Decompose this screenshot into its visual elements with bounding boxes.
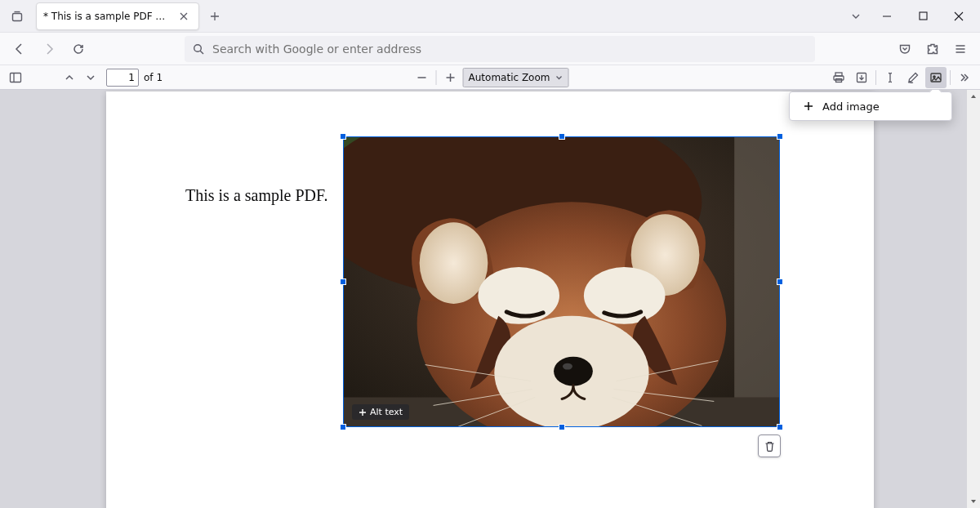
- red-panda-image: [344, 137, 779, 426]
- pdf-viewer: Add image This is a sample PDF.: [0, 90, 980, 508]
- plus-icon: [209, 11, 220, 22]
- image-annotation-button[interactable]: [925, 67, 947, 88]
- resize-handle-middle-left[interactable]: [340, 279, 346, 285]
- reload-icon: [72, 42, 85, 56]
- svg-rect-12: [734, 137, 779, 426]
- page-total-label: of 1: [144, 72, 163, 83]
- svg-rect-0: [13, 13, 22, 20]
- add-image-button[interactable]: Add image: [822, 100, 880, 113]
- forward-button[interactable]: [36, 36, 62, 62]
- scroll-up-button[interactable]: [967, 90, 980, 103]
- pdf-toolbar: of 1 Automatic Zoom: [0, 65, 980, 90]
- close-icon: [954, 11, 964, 21]
- plus-icon: [359, 408, 367, 417]
- separator: [875, 70, 876, 85]
- vertical-scrollbar[interactable]: [967, 90, 980, 508]
- download-icon: [855, 71, 868, 84]
- download-button[interactable]: [851, 67, 872, 88]
- svg-rect-1: [920, 12, 927, 20]
- window-close-button[interactable]: [941, 2, 977, 31]
- tab-close-button[interactable]: [176, 8, 192, 25]
- arrow-right-icon: [42, 42, 56, 56]
- chevron-down-icon: [85, 72, 96, 83]
- page-number-input[interactable]: [106, 69, 139, 87]
- previous-page-button[interactable]: [59, 67, 80, 88]
- plus-icon: [444, 71, 457, 84]
- reload-button[interactable]: [65, 36, 91, 62]
- recent-browsing-icon: [11, 10, 24, 23]
- resize-handle-bottom-right[interactable]: [777, 424, 783, 430]
- list-all-tabs-button[interactable]: [843, 4, 869, 29]
- resize-handle-top-middle[interactable]: [559, 133, 565, 140]
- scroll-down-button[interactable]: [967, 495, 980, 508]
- text-annotation-button[interactable]: [880, 67, 901, 88]
- draw-annotation-button[interactable]: [902, 67, 924, 88]
- triangle-up-icon: [969, 92, 978, 100]
- resize-handle-middle-right[interactable]: [777, 279, 783, 285]
- chevron-down-icon: [555, 74, 563, 82]
- recent-browsing-button[interactable]: [3, 3, 31, 29]
- alt-text-button[interactable]: Alt text: [352, 404, 409, 420]
- zoom-out-button[interactable]: [412, 67, 433, 88]
- print-icon: [832, 71, 845, 84]
- extensions-button[interactable]: [920, 36, 946, 62]
- separator: [436, 70, 437, 85]
- tab-title: * This is a sample PDF with an imag: [43, 11, 171, 22]
- maximize-icon: [919, 11, 928, 20]
- zoom-select-label: Automatic Zoom: [469, 72, 550, 83]
- url-bar-placeholder: Search with Google or enter address: [212, 42, 421, 56]
- browser-tab[interactable]: * This is a sample PDF with an imag: [36, 2, 199, 30]
- svg-rect-5: [834, 76, 844, 80]
- resize-handle-bottom-left[interactable]: [340, 424, 346, 430]
- svg-point-22: [563, 363, 572, 370]
- window-minimize-button[interactable]: [869, 2, 905, 31]
- add-image-popover: Add image: [789, 91, 952, 121]
- chevron-down-icon: [850, 11, 862, 22]
- more-tools-button[interactable]: [954, 67, 975, 88]
- svg-point-2: [194, 44, 202, 51]
- svg-rect-3: [11, 73, 21, 82]
- svg-point-21: [554, 357, 593, 386]
- toggle-sidebar-button[interactable]: [5, 67, 26, 88]
- hamburger-icon: [954, 42, 967, 56]
- svg-point-16: [420, 222, 488, 304]
- pocket-icon: [898, 42, 911, 56]
- puzzle-icon: [926, 42, 939, 56]
- trash-icon: [764, 440, 776, 452]
- triangle-down-icon: [969, 497, 978, 506]
- pdf-body-text: This is a sample PDF.: [185, 186, 328, 205]
- arrow-left-icon: [13, 42, 26, 56]
- plus-icon: [803, 100, 814, 112]
- image-annotation-selection[interactable]: Alt text: [343, 136, 780, 427]
- print-button[interactable]: [828, 67, 849, 88]
- close-icon: [179, 11, 189, 21]
- separator: [950, 70, 951, 85]
- text-cursor-icon: [884, 71, 897, 84]
- next-page-button[interactable]: [80, 67, 101, 88]
- image-icon: [929, 71, 942, 84]
- resize-handle-top-right[interactable]: [777, 133, 783, 140]
- minus-icon: [416, 71, 429, 84]
- url-bar[interactable]: Search with Google or enter address: [185, 36, 815, 62]
- window-maximize-button[interactable]: [905, 2, 941, 31]
- chevron-up-icon: [64, 72, 75, 83]
- svg-point-9: [933, 75, 935, 77]
- pencil-icon: [906, 71, 920, 84]
- alt-text-label: Alt text: [370, 407, 403, 417]
- app-menu-button[interactable]: [947, 36, 973, 62]
- tab-strip: * This is a sample PDF with an imag: [0, 0, 980, 33]
- delete-annotation-button[interactable]: [758, 434, 781, 457]
- new-tab-button[interactable]: [203, 4, 227, 29]
- zoom-in-button[interactable]: [440, 67, 461, 88]
- search-icon: [193, 43, 204, 55]
- resize-handle-top-left[interactable]: [340, 133, 346, 140]
- pdf-page[interactable]: This is a sample PDF.: [106, 91, 874, 508]
- zoom-select[interactable]: Automatic Zoom: [463, 68, 569, 87]
- save-to-pocket-button[interactable]: [892, 36, 918, 62]
- sidebar-icon: [9, 71, 22, 84]
- back-button[interactable]: [7, 36, 33, 62]
- minimize-icon: [882, 11, 892, 21]
- navigation-toolbar: Search with Google or enter address: [0, 33, 980, 65]
- resize-handle-bottom-middle[interactable]: [559, 424, 565, 430]
- chevrons-right-icon: [958, 71, 971, 84]
